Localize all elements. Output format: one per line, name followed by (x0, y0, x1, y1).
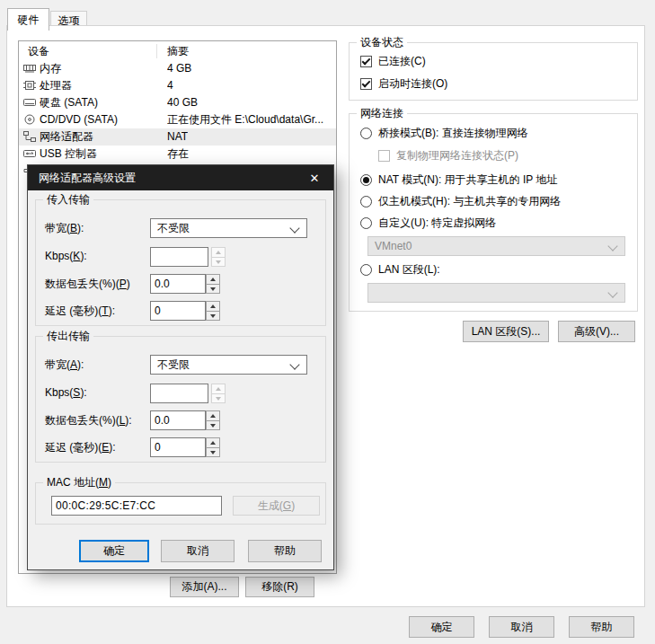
connect-at-power-on-label: 启动时连接(O) (378, 76, 447, 92)
generate-mac-button: 生成(G) (233, 496, 320, 516)
dialog-title: 网络适配器高级设置 (39, 165, 136, 190)
chevron-down-icon (607, 287, 617, 297)
incoming-packet-loss-input[interactable] (150, 274, 206, 294)
connect-at-power-on-checkbox-row[interactable]: 启动时连接(O) (360, 76, 447, 92)
table-row-memory[interactable]: 内存 4 GB (19, 60, 336, 77)
network-connection-group: 网络连接 桥接模式(B): 直接连接物理网络 复制物理网络连接状态(P) NAT… (349, 113, 638, 312)
lan-segments-button[interactable]: LAN 区段(S)... (463, 321, 549, 342)
outgoing-latency-stepper[interactable] (206, 437, 220, 457)
close-icon[interactable]: ✕ (296, 165, 333, 190)
incoming-bandwidth-label: 带宽(B): (45, 221, 84, 236)
device-list-header: 设备 摘要 (19, 41, 336, 60)
mac-address-input[interactable] (51, 496, 222, 516)
column-header-summary[interactable]: 摘要 (167, 44, 189, 59)
nat-radio-row[interactable]: NAT 模式(N): 用于共享主机的 IP 地址 (360, 172, 557, 188)
custom-radio[interactable] (360, 217, 372, 229)
custom-label: 自定义(U): 特定虚拟网络 (378, 216, 496, 231)
lan-segment-radio[interactable] (360, 264, 372, 276)
outgoing-transfer-group: 传出传输 带宽(A): 不受限 Kbps(S): 数据包丢失(%)(L): (35, 336, 326, 463)
outgoing-packet-loss-label: 数据包丢失(%)(L): (45, 413, 132, 428)
table-row-usb-controller[interactable]: USB 控制器 存在 (19, 146, 336, 163)
host-only-label: 仅主机模式(H): 与主机共享的专用网络 (378, 194, 561, 209)
device-name: 内存 (40, 60, 61, 77)
incoming-kbps-input[interactable] (150, 247, 208, 267)
cd-dvd-icon (23, 114, 36, 125)
bridged-radio-row[interactable]: 桥接模式(B): 直接连接物理网络 (360, 126, 528, 141)
bridged-label: 桥接模式(B): 直接连接物理网络 (378, 126, 528, 141)
outgoing-latency-label: 延迟 (毫秒)(E): (45, 440, 116, 455)
tab-hardware[interactable]: 硬件 (7, 8, 49, 31)
outgoing-kbps-label: Kbps(S): (45, 386, 87, 399)
nat-label: NAT 模式(N): 用于共享主机的 IP 地址 (378, 172, 557, 188)
chevron-down-icon (289, 359, 299, 369)
outgoing-kbps-input[interactable] (150, 384, 208, 403)
incoming-transfer-group: 传入传输 带宽(B): 不受限 Kbps(K): 数据包丢失(%)(P) (35, 199, 326, 326)
dialog-titlebar[interactable]: 网络适配器高级设置 ✕ (28, 165, 333, 190)
incoming-kbps-label: Kbps(K): (45, 250, 87, 262)
device-summary: 4 (167, 77, 173, 94)
device-summary: 4 GB (167, 60, 191, 77)
table-row-network-adapter[interactable]: 网络适配器 NAT (19, 128, 336, 146)
device-name: 网络适配器 (40, 128, 93, 146)
connected-checkbox-row[interactable]: 已连接(C) (360, 54, 426, 69)
incoming-kbps-stepper (211, 247, 226, 267)
outgoing-bandwidth-select[interactable]: 不受限 (150, 355, 307, 375)
add-device-button[interactable]: 添加(A)... (170, 577, 239, 597)
incoming-latency-input[interactable] (150, 301, 206, 321)
lan-segment-label: LAN 区段(L): (378, 262, 440, 278)
table-row-cd-dvd[interactable]: CD/DVD (SATA) 正在使用文件 E:\Cloud\data\Gr... (19, 111, 336, 128)
custom-network-select: VMnet0 (367, 236, 625, 256)
outgoing-packet-loss-input[interactable] (150, 410, 206, 430)
nat-radio[interactable] (360, 174, 372, 186)
network-connection-group-title: 网络连接 (357, 107, 407, 119)
device-summary: 存在 (167, 146, 189, 163)
bridged-radio[interactable] (360, 128, 372, 139)
dialog-cancel-button[interactable]: 取消 (161, 540, 235, 562)
column-divider (156, 44, 157, 58)
hard-disk-icon (23, 97, 36, 108)
processor-icon (23, 80, 36, 91)
connected-label: 已连接(C) (378, 54, 426, 69)
replicate-label: 复制物理网络连接状态(P) (396, 148, 518, 163)
dialog-ok-button[interactable]: 确定 (79, 540, 149, 562)
ok-button[interactable]: 确定 (409, 616, 474, 638)
incoming-latency-label: 延迟 (毫秒)(T): (45, 304, 115, 319)
custom-network-value: VMnet0 (375, 240, 412, 252)
dialog-help-button[interactable]: 帮助 (248, 540, 322, 562)
device-summary: 正在使用文件 E:\Cloud\data\Gr... (167, 111, 323, 128)
incoming-packet-loss-label: 数据包丢失(%)(P) (45, 277, 130, 292)
device-status-group: 设备状态 已连接(C) 启动时连接(O) (349, 42, 638, 101)
remove-device-button[interactable]: 移除(R) (245, 577, 314, 597)
column-header-device[interactable]: 设备 (28, 44, 49, 59)
mac-address-group: MAC 地址(M) 生成(G) (35, 482, 326, 525)
help-button[interactable]: 帮助 (569, 616, 634, 638)
host-only-radio-row[interactable]: 仅主机模式(H): 与主机共享的专用网络 (360, 194, 561, 209)
host-only-radio[interactable] (360, 196, 372, 207)
chevron-down-icon (607, 241, 617, 251)
incoming-bandwidth-select[interactable]: 不受限 (150, 218, 307, 238)
usb-controller-icon (23, 148, 36, 159)
incoming-bandwidth-value: 不受限 (157, 222, 190, 234)
connect-at-power-on-checkbox[interactable] (360, 78, 372, 90)
outgoing-latency-input[interactable] (150, 437, 206, 457)
device-name: CD/DVD (SATA) (40, 111, 118, 128)
table-row-hard-disk[interactable]: 硬盘 (SATA) 40 GB (19, 94, 336, 111)
outgoing-kbps-stepper (211, 384, 226, 403)
incoming-latency-stepper[interactable] (206, 301, 220, 321)
advanced-button[interactable]: 高级(V)... (558, 321, 635, 342)
incoming-packet-loss-stepper[interactable] (206, 274, 220, 294)
device-name: USB 控制器 (40, 146, 97, 163)
outgoing-packet-loss-stepper[interactable] (206, 410, 220, 430)
lan-segment-radio-row[interactable]: LAN 区段(L): (360, 262, 440, 278)
device-status-group-title: 设备状态 (357, 36, 407, 49)
memory-icon (23, 63, 36, 74)
table-row-processor[interactable]: 处理器 4 (19, 77, 336, 94)
cancel-button[interactable]: 取消 (489, 616, 554, 638)
replicate-checkbox (378, 150, 390, 162)
outgoing-bandwidth-value: 不受限 (157, 358, 190, 371)
network-adapter-icon (23, 131, 36, 142)
connected-checkbox[interactable] (360, 56, 372, 67)
network-adapter-advanced-settings-dialog: 网络适配器高级设置 ✕ 传入传输 带宽(B): 不受限 Kbps(K): 数据包… (27, 164, 334, 570)
outgoing-bandwidth-label: 带宽(A): (45, 357, 84, 373)
custom-radio-row[interactable]: 自定义(U): 特定虚拟网络 (360, 216, 496, 231)
